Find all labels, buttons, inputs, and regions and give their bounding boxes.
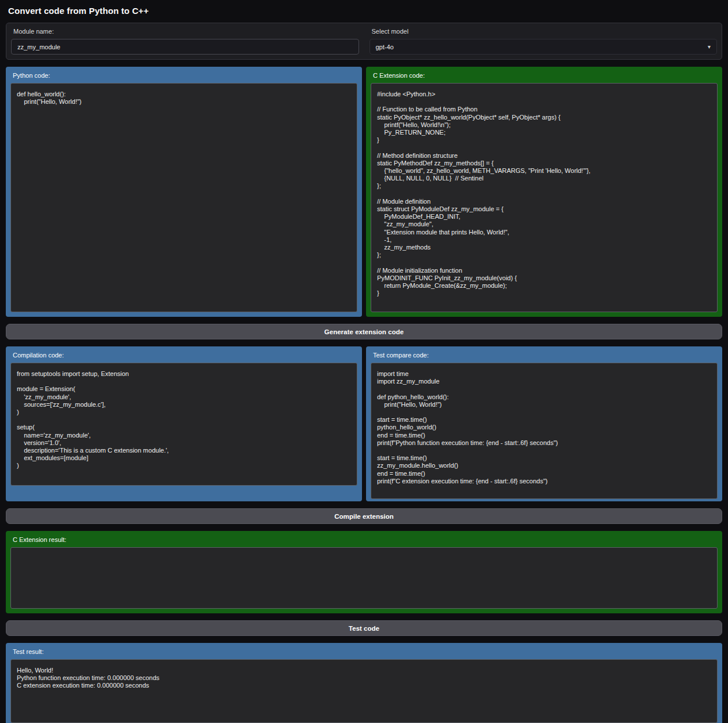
module-name-field-group: Module name: [11,27,359,55]
test-result-text: Hello, World! Python function execution … [17,667,711,690]
c-extension-code-editor[interactable]: #include <Python.h> // Function to be ca… [371,83,718,312]
test-compare-code-label: Test compare code: [371,351,718,363]
code-row-source: Python code: def hello_world(): print("H… [6,67,722,317]
c-extension-result-label: C Extension result: [10,536,718,547]
module-name-input[interactable] [11,39,359,55]
test-compare-code-panel: Test compare code: import time import zz… [366,346,722,501]
code-row-build-test: Compilation code: from setuptools import… [6,346,722,501]
c-extension-code-panel: C Extension code: #include <Python.h> //… [366,67,722,317]
test-compare-code-text: import time import zz_my_module def pyth… [377,370,711,485]
compilation-code-label: Compilation code: [10,351,357,363]
chevron-down-icon: ▾ [708,44,711,50]
compile-extension-button[interactable]: Compile extension [6,508,722,524]
python-code-panel: Python code: def hello_world(): print("H… [6,67,362,317]
python-code-label: Python code: [10,71,357,83]
module-name-label: Module name: [11,27,359,36]
settings-row: Module name: Select model gpt-4o ▾ [6,23,722,60]
model-select-label: Select model [370,27,718,36]
app-page: Convert code from Python to C++ Module n… [0,0,728,723]
model-select[interactable]: gpt-4o ▾ [370,39,718,55]
test-code-button[interactable]: Test code [6,620,722,636]
c-extension-code-label: C Extension code: [371,71,718,83]
model-select-value: gpt-4o [376,44,394,50]
python-code-text: def hello_world(): print("Hello, World!"… [17,91,351,106]
test-result-output[interactable]: Hello, World! Python function execution … [10,659,718,723]
test-result-label: Test result: [10,648,718,659]
generate-extension-code-button[interactable]: Generate extension code [6,324,722,339]
page-title: Convert code from Python to C++ [6,5,722,16]
c-extension-result-panel: C Extension result: [6,531,722,613]
compilation-code-panel: Compilation code: from setuptools import… [6,346,362,501]
model-select-group: Select model gpt-4o ▾ [370,27,718,55]
compilation-code-editor[interactable]: from setuptools import setup, Extension … [10,363,357,486]
test-compare-code-editor[interactable]: import time import zz_my_module def pyth… [371,363,718,499]
python-code-editor[interactable]: def hello_world(): print("Hello, World!"… [10,83,357,312]
compilation-code-text: from setuptools import setup, Extension … [17,370,351,470]
c-extension-code-text: #include <Python.h> // Function to be ca… [377,91,711,297]
test-result-panel: Test result: Hello, World! Python functi… [6,643,722,723]
c-extension-result-output[interactable] [10,547,718,609]
